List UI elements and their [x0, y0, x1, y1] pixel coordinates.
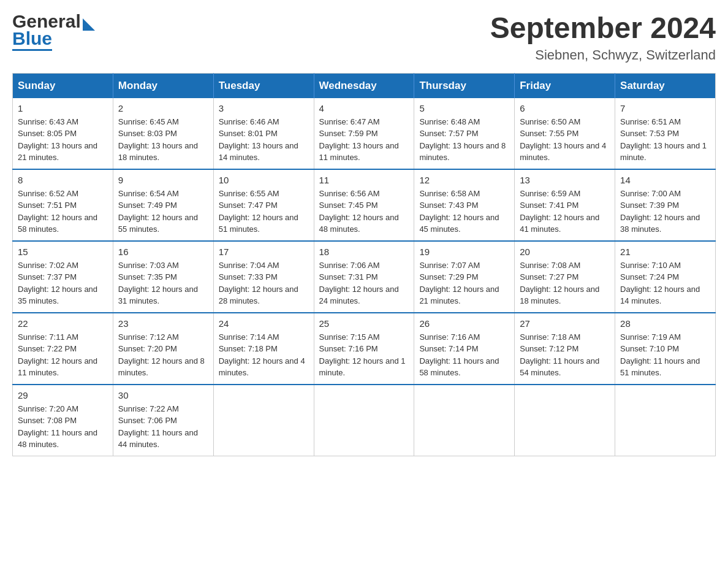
logo-blue: Blue	[12, 29, 52, 51]
day-info: Sunrise: 6:48 AMSunset: 7:57 PMDaylight:…	[419, 116, 509, 164]
day-number: 22	[18, 318, 108, 329]
day-number: 27	[520, 318, 610, 329]
day-number: 12	[419, 175, 509, 185]
day-info: Sunrise: 7:07 AMSunset: 7:29 PMDaylight:…	[419, 259, 509, 307]
day-info: Sunrise: 6:59 AMSunset: 7:41 PMDaylight:…	[520, 188, 610, 236]
header-wednesday: Wednesday	[314, 73, 414, 98]
day-info: Sunrise: 6:43 AMSunset: 8:05 PMDaylight:…	[18, 116, 108, 164]
header-friday: Friday	[515, 73, 615, 98]
title-section: September 2024 Siebnen, Schwyz, Switzerl…	[490, 12, 716, 63]
day-info: Sunrise: 7:08 AMSunset: 7:27 PMDaylight:…	[520, 259, 610, 307]
calendar-cell: 12 Sunrise: 6:58 AMSunset: 7:43 PMDaylig…	[414, 169, 515, 241]
calendar-cell: 9 Sunrise: 6:54 AMSunset: 7:49 PMDayligh…	[113, 169, 213, 241]
day-number: 11	[319, 175, 409, 185]
calendar-cell: 8 Sunrise: 6:52 AMSunset: 7:51 PMDayligh…	[13, 169, 113, 241]
day-info: Sunrise: 6:58 AMSunset: 7:43 PMDaylight:…	[419, 188, 509, 236]
page-header: General Blue September 2024 Siebnen, Sch…	[12, 12, 716, 63]
day-number: 30	[118, 390, 208, 400]
day-number: 16	[118, 247, 208, 257]
day-info: Sunrise: 6:54 AMSunset: 7:49 PMDaylight:…	[118, 188, 208, 236]
day-info: Sunrise: 6:46 AMSunset: 8:01 PMDaylight:…	[219, 116, 309, 164]
location-subtitle: Siebnen, Schwyz, Switzerland	[490, 47, 716, 63]
day-number: 5	[419, 103, 509, 113]
calendar-cell: 14 Sunrise: 7:00 AMSunset: 7:39 PMDaylig…	[615, 169, 716, 241]
logo: General Blue	[12, 12, 95, 51]
day-number: 14	[620, 175, 710, 185]
calendar-cell: 4 Sunrise: 6:47 AMSunset: 7:59 PMDayligh…	[314, 98, 414, 169]
calendar-cell: 25 Sunrise: 7:15 AMSunset: 7:16 PMDaylig…	[314, 313, 414, 385]
day-number: 8	[18, 175, 108, 185]
calendar-cell: 21 Sunrise: 7:10 AMSunset: 7:24 PMDaylig…	[615, 241, 716, 313]
header-tuesday: Tuesday	[213, 73, 314, 98]
calendar-cell: 24 Sunrise: 7:14 AMSunset: 7:18 PMDaylig…	[213, 313, 314, 385]
calendar-cell: 15 Sunrise: 7:02 AMSunset: 7:37 PMDaylig…	[13, 241, 113, 313]
header-saturday: Saturday	[615, 73, 716, 98]
month-year-title: September 2024	[490, 12, 716, 45]
calendar-cell: 2 Sunrise: 6:45 AMSunset: 8:03 PMDayligh…	[113, 98, 213, 169]
day-number: 24	[219, 318, 309, 329]
day-info: Sunrise: 7:19 AMSunset: 7:10 PMDaylight:…	[620, 331, 710, 379]
day-number: 1	[18, 103, 108, 113]
calendar-cell	[414, 385, 515, 456]
calendar-cell: 16 Sunrise: 7:03 AMSunset: 7:35 PMDaylig…	[113, 241, 213, 313]
calendar-week-row: 29 Sunrise: 7:20 AMSunset: 7:08 PMDaylig…	[13, 385, 716, 456]
calendar-cell	[213, 385, 314, 456]
day-number: 3	[219, 103, 309, 113]
day-number: 25	[319, 318, 409, 329]
day-info: Sunrise: 6:47 AMSunset: 7:59 PMDaylight:…	[319, 116, 409, 164]
calendar-cell: 23 Sunrise: 7:12 AMSunset: 7:20 PMDaylig…	[113, 313, 213, 385]
calendar-cell: 7 Sunrise: 6:51 AMSunset: 7:53 PMDayligh…	[615, 98, 716, 169]
day-info: Sunrise: 7:18 AMSunset: 7:12 PMDaylight:…	[520, 331, 610, 379]
calendar-cell: 11 Sunrise: 6:56 AMSunset: 7:45 PMDaylig…	[314, 169, 414, 241]
calendar-cell: 5 Sunrise: 6:48 AMSunset: 7:57 PMDayligh…	[414, 98, 515, 169]
calendar-cell: 6 Sunrise: 6:50 AMSunset: 7:55 PMDayligh…	[515, 98, 615, 169]
calendar-cell: 18 Sunrise: 7:06 AMSunset: 7:31 PMDaylig…	[314, 241, 414, 313]
calendar-cell: 28 Sunrise: 7:19 AMSunset: 7:10 PMDaylig…	[615, 313, 716, 385]
day-number: 20	[520, 247, 610, 257]
day-info: Sunrise: 6:50 AMSunset: 7:55 PMDaylight:…	[520, 116, 610, 164]
day-info: Sunrise: 7:20 AMSunset: 7:08 PMDaylight:…	[18, 403, 108, 451]
day-info: Sunrise: 7:03 AMSunset: 7:35 PMDaylight:…	[118, 259, 208, 307]
day-info: Sunrise: 7:22 AMSunset: 7:06 PMDaylight:…	[118, 403, 208, 451]
day-info: Sunrise: 6:52 AMSunset: 7:51 PMDaylight:…	[18, 188, 108, 236]
header-thursday: Thursday	[414, 73, 515, 98]
day-info: Sunrise: 7:11 AMSunset: 7:22 PMDaylight:…	[18, 331, 108, 379]
day-number: 28	[620, 318, 710, 329]
day-info: Sunrise: 6:51 AMSunset: 7:53 PMDaylight:…	[620, 116, 710, 164]
day-number: 23	[118, 318, 208, 329]
calendar-cell: 1 Sunrise: 6:43 AMSunset: 8:05 PMDayligh…	[13, 98, 113, 169]
day-info: Sunrise: 7:04 AMSunset: 7:33 PMDaylight:…	[219, 259, 309, 307]
calendar-week-row: 15 Sunrise: 7:02 AMSunset: 7:37 PMDaylig…	[13, 241, 716, 313]
calendar-week-row: 22 Sunrise: 7:11 AMSunset: 7:22 PMDaylig…	[13, 313, 716, 385]
day-number: 21	[620, 247, 710, 257]
day-info: Sunrise: 7:02 AMSunset: 7:37 PMDaylight:…	[18, 259, 108, 307]
calendar-table: Sunday Monday Tuesday Wednesday Thursday…	[12, 73, 716, 456]
day-info: Sunrise: 7:00 AMSunset: 7:39 PMDaylight:…	[620, 188, 710, 236]
calendar-cell: 22 Sunrise: 7:11 AMSunset: 7:22 PMDaylig…	[13, 313, 113, 385]
calendar-cell: 13 Sunrise: 6:59 AMSunset: 7:41 PMDaylig…	[515, 169, 615, 241]
calendar-cell: 26 Sunrise: 7:16 AMSunset: 7:14 PMDaylig…	[414, 313, 515, 385]
calendar-week-row: 8 Sunrise: 6:52 AMSunset: 7:51 PMDayligh…	[13, 169, 716, 241]
logo-arrow-icon	[83, 18, 95, 31]
day-info: Sunrise: 7:15 AMSunset: 7:16 PMDaylight:…	[319, 331, 409, 379]
calendar-week-row: 1 Sunrise: 6:43 AMSunset: 8:05 PMDayligh…	[13, 98, 716, 169]
calendar-cell: 20 Sunrise: 7:08 AMSunset: 7:27 PMDaylig…	[515, 241, 615, 313]
calendar-cell: 30 Sunrise: 7:22 AMSunset: 7:06 PMDaylig…	[113, 385, 213, 456]
calendar-cell: 3 Sunrise: 6:46 AMSunset: 8:01 PMDayligh…	[213, 98, 314, 169]
calendar-header-row: Sunday Monday Tuesday Wednesday Thursday…	[13, 73, 716, 98]
calendar-cell: 27 Sunrise: 7:18 AMSunset: 7:12 PMDaylig…	[515, 313, 615, 385]
day-info: Sunrise: 7:06 AMSunset: 7:31 PMDaylight:…	[319, 259, 409, 307]
header-sunday: Sunday	[13, 73, 113, 98]
calendar-cell: 29 Sunrise: 7:20 AMSunset: 7:08 PMDaylig…	[13, 385, 113, 456]
day-info: Sunrise: 6:45 AMSunset: 8:03 PMDaylight:…	[118, 116, 208, 164]
calendar-cell	[515, 385, 615, 456]
day-info: Sunrise: 7:14 AMSunset: 7:18 PMDaylight:…	[219, 331, 309, 379]
day-number: 17	[219, 247, 309, 257]
day-info: Sunrise: 7:10 AMSunset: 7:24 PMDaylight:…	[620, 259, 710, 307]
day-number: 6	[520, 103, 610, 113]
day-number: 4	[319, 103, 409, 113]
day-number: 18	[319, 247, 409, 257]
calendar-cell: 10 Sunrise: 6:55 AMSunset: 7:47 PMDaylig…	[213, 169, 314, 241]
day-number: 29	[18, 390, 108, 400]
day-number: 2	[118, 103, 208, 113]
